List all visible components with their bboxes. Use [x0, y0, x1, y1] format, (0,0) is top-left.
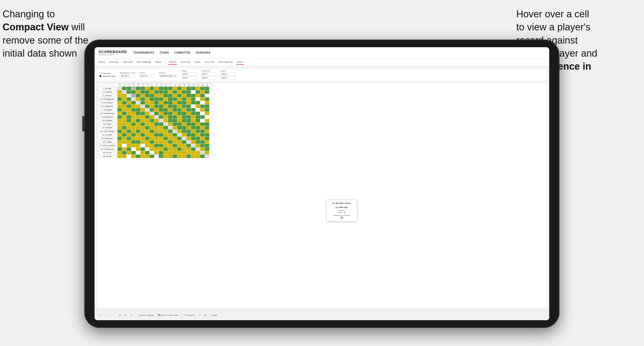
players-select[interactable]: (All) ▾	[220, 72, 236, 76]
matrix-cell[interactable]	[150, 130, 154, 133]
matrix-cell[interactable]	[200, 105, 205, 108]
matrix-container[interactable]: 1. W Ding 2. L Clanton 3. J Koivun 4. M …	[97, 83, 547, 308]
matrix-cell[interactable]	[209, 115, 214, 119]
matrix-cell[interactable]	[173, 112, 177, 115]
matrix-cell[interactable]	[200, 122, 205, 126]
matrix-cell[interactable]	[209, 133, 214, 137]
matrix-cell[interactable]	[127, 130, 131, 133]
matrix-cell[interactable]	[159, 133, 163, 137]
matrix-cell[interactable]	[173, 90, 177, 94]
matrix-cell[interactable]	[168, 115, 173, 119]
matrix-cell[interactable]	[150, 105, 154, 108]
matrix-cell[interactable]	[209, 130, 214, 133]
matrix-cell[interactable]	[191, 112, 196, 115]
matrix-cell[interactable]	[118, 101, 122, 105]
matrix-cell[interactable]	[209, 122, 214, 126]
matrix-cell[interactable]	[127, 140, 131, 144]
tab-matrix2[interactable]: Matrix	[236, 60, 244, 65]
matrix-cell[interactable]	[131, 112, 136, 115]
matrix-cell[interactable]	[140, 133, 145, 137]
matrix-cell[interactable]	[131, 133, 136, 137]
matrix-cell[interactable]	[145, 155, 150, 158]
matrix-cell[interactable]	[186, 97, 191, 101]
matrix-cell[interactable]	[205, 97, 209, 101]
matrix-cell[interactable]	[145, 144, 150, 147]
matrix-cell[interactable]	[205, 119, 209, 122]
toolbar-share[interactable]: ⤴ Share	[209, 314, 219, 317]
matrix-cell[interactable]	[154, 94, 159, 97]
matrix-cell[interactable]	[150, 97, 154, 101]
tab-summary1[interactable]: Summary	[109, 60, 120, 65]
matrix-cell[interactable]	[145, 122, 150, 126]
matrix-cell[interactable]	[182, 133, 186, 137]
matrix-cell[interactable]	[122, 133, 127, 137]
matrix-cell[interactable]	[209, 97, 214, 101]
matrix-cell[interactable]	[118, 119, 122, 122]
matrix-cell[interactable]	[140, 147, 145, 151]
matrix-cell[interactable]	[136, 140, 140, 144]
matrix-cell[interactable]	[173, 140, 177, 144]
matrix-cell[interactable]	[182, 115, 186, 119]
matrix-cell[interactable]	[177, 137, 182, 140]
matrix-cell[interactable]	[205, 130, 209, 133]
toolbar-back[interactable]: ←	[103, 314, 108, 317]
matrix-cell[interactable]	[150, 151, 154, 155]
matrix-cell[interactable]	[127, 87, 131, 90]
matrix-cell[interactable]	[140, 97, 145, 101]
matrix-cell[interactable]	[182, 101, 186, 105]
matrix-cell[interactable]	[196, 147, 200, 151]
matrix-cell[interactable]	[200, 94, 205, 97]
matrix-cell[interactable]	[186, 105, 191, 108]
matrix-cell[interactable]	[159, 101, 163, 105]
matrix-cell[interactable]	[145, 112, 150, 115]
matrix-cell[interactable]	[182, 122, 186, 126]
matrix-cell[interactable]	[131, 130, 136, 133]
matrix-cell[interactable]	[145, 126, 150, 130]
matrix-cell[interactable]	[177, 119, 182, 122]
toolbar-watch[interactable]: 👁 Watch ▾	[184, 314, 196, 317]
tab-h2h-heatmap2[interactable]: H2H Heatmap	[218, 60, 233, 65]
max-players-select[interactable]: Top 25 ▾	[120, 74, 135, 78]
matrix-cell[interactable]	[200, 151, 205, 155]
matrix-cell[interactable]	[159, 105, 163, 108]
matrix-cell[interactable]	[150, 112, 154, 115]
matrix-cell[interactable]	[173, 133, 177, 137]
matrix-cell[interactable]	[173, 155, 177, 158]
matrix-cell[interactable]	[173, 144, 177, 147]
matrix-cell[interactable]	[154, 133, 159, 137]
toolbar-save-custom[interactable]: 💾 Save Custom View	[157, 314, 179, 317]
toolbar-zoom-out[interactable]: ⊖	[124, 314, 128, 317]
matrix-cell[interactable]	[140, 126, 145, 130]
matrix-cell[interactable]	[136, 94, 140, 97]
matrix-cell[interactable]	[136, 90, 140, 94]
matrix-cell[interactable]	[191, 133, 196, 137]
matrix-cell[interactable]	[196, 140, 200, 144]
matrix-cell[interactable]	[200, 119, 205, 122]
matrix-cell[interactable]	[140, 140, 145, 144]
matrix-cell[interactable]	[205, 144, 209, 147]
compact-view-option[interactable]: Compact View	[99, 75, 115, 77]
matrix-cell[interactable]	[163, 94, 168, 97]
matrix-cell[interactable]	[140, 155, 145, 158]
matrix-cell[interactable]	[205, 126, 209, 130]
matrix-cell[interactable]	[186, 151, 191, 155]
matrix-cell[interactable]	[168, 101, 173, 105]
matrix-cell[interactable]	[196, 155, 200, 158]
matrix-cell[interactable]	[173, 147, 177, 151]
matrix-cell[interactable]	[205, 112, 209, 115]
matrix-cell[interactable]	[205, 147, 209, 151]
matrix-cell[interactable]	[200, 97, 205, 101]
matrix-cell[interactable]	[177, 101, 182, 105]
matrix-cell[interactable]	[122, 101, 127, 105]
matrix-cell[interactable]	[200, 87, 205, 90]
matrix-cell[interactable]	[118, 87, 122, 90]
matrix-cell[interactable]	[159, 112, 163, 115]
matrix-cell[interactable]	[136, 137, 140, 140]
matrix-cell[interactable]	[163, 126, 168, 130]
matrix-cell[interactable]	[136, 144, 140, 147]
matrix-cell[interactable]	[196, 94, 200, 97]
matrix-cell[interactable]	[131, 122, 136, 126]
matrix-cell[interactable]	[150, 133, 154, 137]
matrix-cell[interactable]	[118, 126, 122, 130]
matrix-cell[interactable]	[168, 94, 173, 97]
